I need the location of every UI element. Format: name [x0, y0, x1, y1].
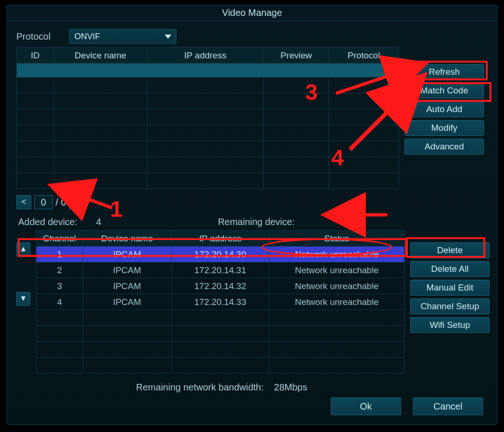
page-sep: / [56, 197, 58, 208]
table-row[interactable] [17, 125, 399, 141]
cancel-button[interactable]: Cancel [413, 397, 483, 415]
protocol-select[interactable]: ONVIF [69, 29, 176, 44]
page-prev-button[interactable]: < [16, 195, 31, 209]
delete-button[interactable]: Delete [410, 242, 490, 258]
match-code-button[interactable]: Match Code [405, 83, 484, 99]
video-manage-window: Video Manage Protocol ONVIF ID Device na… [7, 5, 497, 425]
modify-button[interactable]: Modify [405, 120, 484, 136]
table-row[interactable] [36, 342, 405, 358]
ok-button[interactable]: Ok [331, 397, 401, 415]
col-preview: Preview [264, 48, 329, 64]
added-devices-table: Channel Device name IP address Status 1I… [36, 230, 405, 374]
discovered-devices-table: ID Device name IP address Preview Protoc… [16, 47, 399, 189]
protocol-label: Protocol [16, 31, 50, 42]
manual-edit-button[interactable]: Manual Edit [410, 280, 490, 296]
protocol-value: ONVIF [74, 32, 100, 42]
table-row[interactable] [17, 157, 399, 173]
advanced-button[interactable]: Advanced [405, 139, 484, 155]
table-row[interactable] [17, 141, 399, 157]
delete-all-button[interactable]: Delete All [410, 261, 490, 277]
col-id: ID [17, 48, 54, 64]
move-down-button[interactable]: ▼ [16, 292, 30, 306]
bandwidth-label: Remaining network bandwidth: [136, 382, 264, 392]
table-row[interactable]: 1IPCAM172.20.14.30Network unreachable [36, 247, 405, 262]
table-header-row: ID Device name IP address Preview Protoc… [17, 48, 399, 64]
col-ip: IP address [171, 231, 269, 247]
window-title: Video Manage [7, 5, 497, 21]
bandwidth-value: 28Mbps [274, 382, 307, 392]
table-row[interactable]: 2IPCAM172.20.14.31Network unreachable [36, 262, 405, 278]
col-ip: IP address [147, 48, 264, 64]
table-row[interactable] [17, 93, 399, 109]
auto-add-button[interactable]: Auto Add [405, 101, 484, 117]
table-row[interactable]: 4IPCAM172.20.14.33Network unreachable [36, 294, 405, 310]
remaining-device-label: Remaining device: [218, 217, 295, 227]
refresh-button[interactable]: Refresh [405, 64, 484, 80]
col-devname: Device name [83, 231, 171, 247]
col-protocol: Protocol [329, 48, 399, 64]
col-devname: Device name [54, 48, 147, 64]
chevron-down-icon [165, 35, 171, 39]
page-current: 0 [34, 195, 53, 209]
table-header-row: Channel Device name IP address Status [36, 231, 405, 247]
channel-setup-button[interactable]: Channel Setup [410, 298, 490, 314]
page-total: 0 [61, 197, 66, 208]
table-row[interactable] [17, 109, 399, 125]
move-up-button[interactable]: ▲ [16, 242, 30, 256]
table-row[interactable] [17, 173, 399, 189]
col-channel: Channel [36, 231, 83, 247]
table-row[interactable] [36, 358, 405, 374]
page-next-button[interactable]: > [69, 195, 84, 209]
table-highlight-strip[interactable] [17, 64, 399, 78]
wifi-setup-button[interactable]: Wifi Setup [410, 317, 490, 333]
added-device-count: 4 [96, 217, 101, 227]
table-row[interactable] [36, 310, 405, 326]
added-device-label: Added device: [18, 217, 77, 227]
col-status: Status [269, 231, 405, 247]
table-row[interactable]: 3IPCAM172.20.14.32Network unreachable [36, 278, 405, 294]
table-row[interactable] [36, 326, 405, 342]
table-row[interactable] [17, 78, 399, 93]
